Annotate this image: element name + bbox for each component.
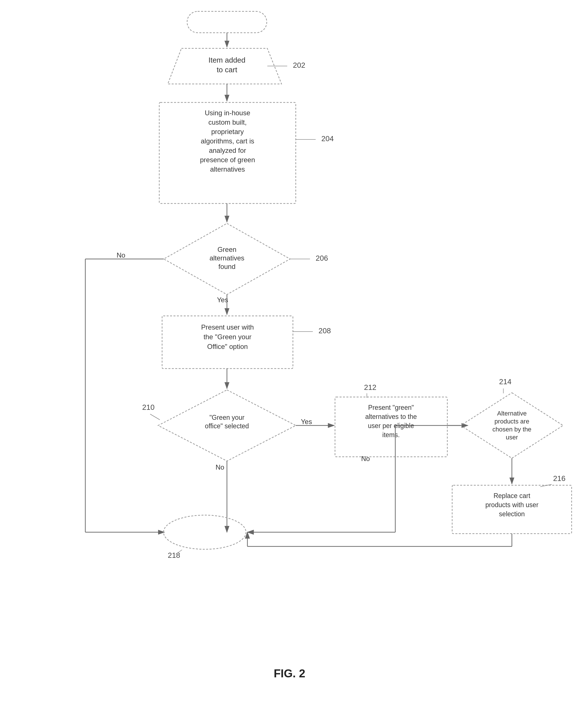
label-no-210: No xyxy=(216,463,224,471)
node-204-t7: alternatives xyxy=(210,165,245,173)
node-204-t1: Using in-house xyxy=(205,109,250,117)
node-202-text2: to cart xyxy=(217,66,238,74)
figure-caption: FIG. 2 xyxy=(274,667,305,680)
ref-216: 216 xyxy=(553,474,566,483)
ref-208: 208 xyxy=(319,327,331,335)
ref-210: 210 xyxy=(142,403,155,412)
node-212-t4: items. xyxy=(382,431,399,439)
node-204-t2: custom built, xyxy=(209,119,247,126)
ref-204: 204 xyxy=(321,134,334,143)
node-206-t3: found xyxy=(218,263,236,270)
node-206-t2: alternatives xyxy=(210,254,245,262)
label-yes-206-208: Yes xyxy=(217,296,228,304)
label-no-206: No xyxy=(117,251,126,259)
node-214-t1: Alternative xyxy=(497,410,527,417)
node-214-t3: chosen by the xyxy=(493,426,531,433)
node-216-t1: Replace cart xyxy=(493,492,530,499)
node-204-t6: presence of green xyxy=(200,156,255,164)
node-204-t4: algorithms, cart is xyxy=(201,137,254,145)
node-204-t5: analyzed for xyxy=(209,147,246,154)
node-216-t2: products with user xyxy=(486,501,539,509)
node-210-t1: "Green your xyxy=(209,414,245,421)
node-208-t1: Present user with xyxy=(201,323,254,331)
node-212-t1: Present "green" xyxy=(368,404,414,411)
ref-202: 202 xyxy=(293,61,305,70)
node-216-t3: selection xyxy=(499,510,525,518)
node-202-text1: Item added xyxy=(209,56,245,64)
ref-212: 212 xyxy=(364,383,376,392)
node-210-t2: office" selected xyxy=(205,422,249,430)
node-208-t3: Office" option xyxy=(207,343,248,350)
node-214-t2: products are xyxy=(495,418,529,425)
label-yes-210: Yes xyxy=(301,418,312,425)
node-206-t1: Green xyxy=(218,245,237,253)
label-no-214: No xyxy=(361,455,370,463)
svg-rect-2 xyxy=(0,0,579,728)
node-212-t2: alternatives to the xyxy=(365,413,417,420)
ref-214: 214 xyxy=(499,378,511,386)
node-208-t2: the "Green your xyxy=(203,333,252,341)
node-214-t4: user xyxy=(506,434,518,441)
ref-206: 206 xyxy=(316,254,328,262)
node-204-t3: proprietary xyxy=(211,128,244,135)
